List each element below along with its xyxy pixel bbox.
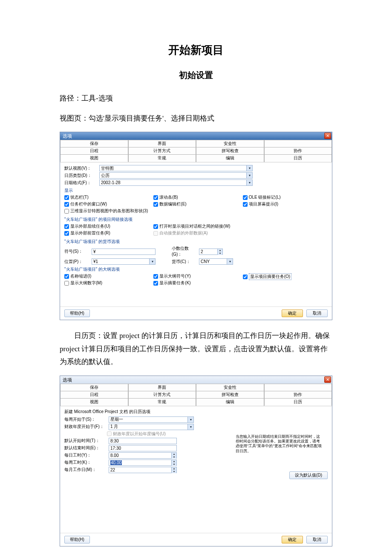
chk-label: 项目屏幕提示(I) (249, 201, 278, 207)
tab-collab[interactable]: 协作 (264, 147, 332, 154)
tab-save[interactable]: 保存 (60, 140, 128, 147)
symbol-label: 符号(S)： (64, 249, 90, 254)
chk-ole-link[interactable]: OLE 链接标记(L) (243, 194, 328, 200)
tab-calculation[interactable]: 计算方式 (128, 147, 196, 154)
default-view-combo[interactable]: 甘特图 ▾ (99, 165, 253, 171)
chk-statusbar[interactable]: 状态栏(T) (64, 194, 149, 200)
ok-button[interactable]: 确定 (282, 536, 303, 543)
def-start-label: 默认开始时间(T)： (64, 438, 107, 444)
spin-down-icon[interactable]: ▾ (217, 252, 222, 255)
chk-ext-succ[interactable]: 显示外部后续任务(U) (64, 223, 149, 229)
spinner-value: 22 (110, 468, 115, 472)
tab-calendar[interactable]: 日历 (264, 398, 332, 406)
close-icon[interactable]: ✕ (324, 133, 331, 139)
chevron-down-icon[interactable]: ▾ (246, 173, 252, 178)
tabs-area: 保存 界面 安全性 日程 计算方式 拼写检查 协作 视图 常规 编辑 日历 (60, 384, 332, 406)
input-value: 17:30 (110, 446, 121, 451)
calendar-type-combo[interactable]: 公历 ▾ (99, 172, 253, 179)
tab-interface[interactable]: 界面 (128, 140, 196, 147)
chevron-down-icon[interactable]: ▾ (227, 259, 233, 264)
combo-value: 星期一 (110, 416, 123, 422)
combo-value: 1 月 (110, 424, 118, 430)
spin-up-icon[interactable]: ▴ (171, 467, 176, 470)
dialog-titlebar[interactable]: 选项 ✕ (60, 376, 332, 384)
chk-data-editbar[interactable]: 数据编辑栏(E) (153, 201, 238, 207)
spin-up-icon[interactable]: ▴ (171, 460, 176, 463)
page-title: 开始新项目 (60, 43, 332, 58)
week-start-combo[interactable]: 星期一 ▾ (109, 416, 194, 423)
tab-general[interactable]: 常规 (128, 398, 196, 406)
tab-collab[interactable]: 协作 (264, 391, 332, 398)
hrs-week-spinner[interactable]: 40.00 ▴▾ (109, 460, 177, 466)
chk-summary-tasks[interactable]: 显示摘要任务(K) (153, 280, 238, 286)
hrs-week-label: 每周工时(K)： (64, 460, 107, 465)
dialog-titlebar[interactable]: 选项 ✕ (60, 132, 332, 140)
spin-up-icon[interactable]: ▴ (171, 453, 176, 456)
info-text: 当您输入开始日期或结束日期而不指定时间时，这些时间会分配给该任务。如果更更改此设… (234, 434, 323, 454)
spin-down-icon[interactable]: ▾ (171, 470, 176, 473)
chk-name-indent[interactable]: 名称缩进(I) (64, 273, 149, 279)
tab-edit[interactable]: 编辑 (196, 398, 264, 406)
fy-start-combo[interactable]: 1 月 ▾ (109, 424, 194, 430)
tab-calendar[interactable]: 日历 (264, 154, 332, 162)
chk-label: 自动接受新的外部数据(A) (159, 230, 208, 236)
chevron-down-icon[interactable]: ▾ (187, 417, 193, 422)
ok-button[interactable]: 确定 (282, 309, 303, 317)
tab-interface[interactable]: 界面 (128, 384, 196, 391)
tab-security[interactable]: 安全性 (196, 140, 264, 147)
days-month-spinner[interactable]: 22 ▴▾ (109, 467, 177, 473)
chk-label: OLE 链接标记(L) (249, 194, 281, 200)
tab-view[interactable]: 视图 (60, 154, 128, 162)
chevron-down-icon[interactable]: ▾ (246, 180, 252, 185)
chk-3d-bars[interactable]: 三维显示甘特图视图中的条形图和形状(3) (64, 208, 149, 214)
tab-spelling[interactable]: 拼写检查 (196, 147, 264, 154)
spinner-value: 40.00 (110, 460, 122, 465)
chk-proj-screentip[interactable]: 项目屏幕提示(I) (243, 201, 328, 207)
help-button[interactable]: 帮助(H) (64, 309, 90, 317)
spin-down-icon[interactable]: ▾ (171, 463, 176, 466)
cancel-button[interactable]: 取消 (306, 536, 328, 543)
symbol-input[interactable]: ¥ (92, 249, 156, 255)
chevron-down-icon[interactable]: ▾ (246, 165, 252, 171)
spin-down-icon[interactable]: ▾ (171, 456, 176, 459)
currency-combo[interactable]: CNY ▾ (199, 258, 233, 265)
date-format-label: 日期格式(F)： (64, 180, 98, 186)
chk-outline-num[interactable]: 显示大纲数字(M) (64, 280, 149, 286)
tab-spelling[interactable]: 拼写检查 (196, 391, 264, 398)
tab-schedule[interactable]: 日程 (60, 147, 128, 154)
date-format-combo[interactable]: 2002-1-28 ▾ (99, 179, 253, 186)
chk-ext-pred[interactable]: 显示外部前置任务(R) (64, 230, 149, 236)
input-value: 8:30 (110, 439, 118, 443)
set-default-button[interactable]: 设为默认值(D) (289, 471, 328, 479)
chk-scrollbar[interactable]: 滚动条(B) (153, 194, 238, 200)
chk-label: 状态栏(T) (70, 194, 89, 200)
spin-up-icon[interactable]: ▴ (217, 249, 222, 252)
week-start-label: 每周开始于(S)： (64, 416, 107, 422)
tab-save[interactable]: 保存 (60, 384, 128, 391)
tab-security[interactable]: 安全性 (196, 384, 264, 391)
chk-outline-sym[interactable]: 显示大纲符号(Y) (153, 273, 238, 279)
tab-view[interactable]: 视图 (60, 398, 128, 406)
chk-taskbar-window[interactable]: 任务栏中的窗口(W) (64, 201, 149, 207)
decimals-spinner[interactable]: 2 ▴▾ (199, 249, 223, 255)
chk-label: 显示摘要任务(K) (159, 280, 190, 286)
chevron-down-icon[interactable]: ▾ (187, 424, 193, 430)
chk-open-link-dialog[interactable]: 打开时显示项目对话框之间的链接(W) (153, 223, 238, 229)
options-dialog-view: 选项 ✕ 保存 界面 安全性 日程 计算方式 拼写检查 协作 视图 常规 编辑 … (60, 132, 332, 320)
help-button[interactable]: 帮助(H) (64, 536, 90, 543)
tab-edit[interactable]: 编辑 (196, 154, 264, 162)
chk-fy-numbering: 财政年度以开始年度编号(U) (107, 431, 230, 437)
options-dialog-calendar: 选项 ✕ 保存 界面 安全性 日程 计算方式 拼写检查 协作 视图 常规 编辑 … (60, 376, 332, 546)
close-icon[interactable]: ✕ (324, 376, 331, 383)
chevron-down-icon[interactable]: ▾ (149, 259, 155, 264)
tab-calculation[interactable]: 计算方式 (128, 391, 196, 398)
default-view-label: 默认视图(V)： (64, 165, 98, 171)
position-combo[interactable]: ¥1 ▾ (92, 258, 156, 265)
hrs-day-spinner[interactable]: 8.00 ▴▾ (109, 452, 177, 459)
def-end-input[interactable]: 17:30 (109, 445, 177, 451)
cancel-button[interactable]: 取消 (306, 309, 328, 317)
tab-general[interactable]: 常规 (128, 154, 196, 162)
chk-proj-summary[interactable]: 显示项目摘要任务(O) (243, 273, 328, 280)
tab-schedule[interactable]: 日程 (60, 391, 128, 398)
def-start-input[interactable]: 8:30 (109, 438, 177, 444)
